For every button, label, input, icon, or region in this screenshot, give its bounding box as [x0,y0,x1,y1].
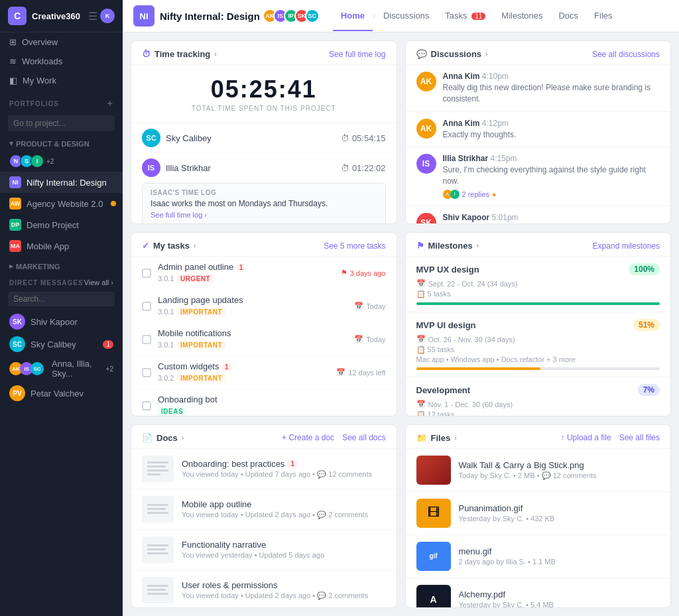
task-checkbox-0[interactable] [142,269,151,278]
task-info-1: Landing page updates 3.0.1 IMPORTANT [158,295,347,317]
time-row-0: SC Sky Calibey ⏱ 05:54:15 [131,123,397,153]
tab-discussions[interactable]: Discussions [375,1,437,31]
files-actions: ↑ Upload a file See all files [561,433,660,442]
project-item-demo[interactable]: DP Demo Project [0,214,123,235]
milestone-tasks-0: 📋 5 tasks [416,290,660,298]
task-tag-1: IMPORTANT [177,308,225,316]
see-all-docs-link[interactable]: See all docs [342,433,385,442]
portfolios-section: PORTFOLIOS + [0,90,123,111]
project-item-agency[interactable]: AW Agency Website 2.0 [0,193,123,214]
sidebar-collapse-icon[interactable]: ☰ [88,10,97,23]
milestones-chevron: › [477,242,479,249]
tooltip-link[interactable]: See full time log › [151,211,207,219]
tab-home[interactable]: Home [333,1,373,31]
dm-item-shiv[interactable]: SK Shiv Kapoor [0,310,123,333]
files-title: 📁 Files › [416,433,457,443]
task-info-2: Mobile notifications 3.0.1 IMPORTANT [158,328,347,350]
dm-name-shiv: Shiv Kapoor [31,317,78,327]
dm-avatar-group: AK IS SC [9,362,44,375]
file-info-0: Walk Tall & Carry a Big Stick.png Today … [459,460,660,480]
sidebar-item-mywork[interactable]: ◧ My Work [0,71,123,90]
main-content: NI Nifty Internal: Design AK IS IP SK SC… [123,0,679,616]
dm-group-count: +2 [106,365,113,373]
dm-item-petar[interactable]: PV Petar Valchev [0,382,123,404]
project-item-mobile[interactable]: MA Mobile App [0,235,123,257]
upload-file-link[interactable]: ↑ Upload a file [561,433,611,442]
product-design-section[interactable]: ▾ PRODUCT & DESIGN [0,135,123,152]
milestone-header-0: MVP UX design 100% [416,263,660,275]
task-tag-2: IMPORTANT [177,341,225,349]
milestone-header-2: Development 7% [416,384,660,396]
task-item-0: Admin panel outline 1 3.0.1 URGENT ⚑ 3 d… [131,257,397,290]
doc-info-2: Functionality narrative You viewed yeste… [182,540,386,559]
milestone-extra-tags-1: Mac app • Windows app • Docs refactor + … [416,355,660,363]
sidebar: C Creative360 ☰ K ⊞ Overview ≋ Workloads… [0,0,123,616]
sidebar-item-overview[interactable]: ⊞ Overview [0,32,123,52]
marketing-section[interactable]: ▸ MARKETING [0,257,123,273]
dm-name-group: Anna, Illia, Sky... [52,359,95,379]
sidebar-item-workloads[interactable]: ≋ Workloads [0,52,123,71]
member-avatar-3: I [31,154,44,168]
doc-thumb-1 [142,496,174,523]
task-checkbox-1[interactable] [142,302,151,311]
app-name: Creative360 [32,11,88,21]
project-search [0,111,123,135]
discussion-item-3: SK Shiv Kapoor 5:01pm I love this page's… [406,206,671,224]
member-avatar-sc: SC [305,9,320,23]
sidebar-overview-label: Overview [22,37,58,47]
milestone-fill-1 [416,367,540,370]
project-item-nifty[interactable]: NI Nifty Internal: Design [0,172,123,193]
file-info-1: Punanimation.gif Yesterday by Sky C. • 4… [459,503,660,523]
expand-milestones-link[interactable]: Expand milestones [593,241,660,251]
time-chevron: › [214,50,216,58]
gif-label: gif [429,552,437,560]
add-portfolio-button[interactable]: + [107,98,113,109]
discussions-icon: 💬 [416,49,427,59]
task-checkbox-2[interactable] [142,335,151,344]
project-dot-aw: AW [9,198,21,210]
disc-replies[interactable]: A I 2 replies ● [443,190,660,199]
milestone-item-0: MVP UX design 100% 📅Sept. 22 - Oct. 24 (… [406,257,671,312]
dm-item-sky[interactable]: SC Sky Calibey 1 [0,333,123,355]
milestone-fill-0 [416,302,660,305]
time-tooltip: ISAAC'S TIME LOG Isaac works the most on… [142,183,386,224]
content-area: ⏱ Time tracking › See full time log 05:2… [123,32,679,616]
dm-view-all[interactable]: View all › [84,278,113,286]
tab-files[interactable]: Files [586,1,620,31]
see-full-log-link[interactable]: See full time log [329,50,385,59]
product-design-members: N S I +2 [0,152,123,172]
create-doc-link[interactable]: + Create a doc [282,433,334,442]
member-count: +2 [46,158,54,165]
see-more-tasks-link[interactable]: See 5 more tasks [324,241,385,251]
dm-search-container [0,289,123,310]
task-info-3: Custom widgets 1 3.0.2 IMPORTANT [158,361,330,383]
see-all-discussions-link[interactable]: See all discussions [592,50,660,59]
project-search-input[interactable] [8,115,115,131]
task-checkbox-3[interactable] [142,368,151,377]
files-card: 📁 Files › ↑ Upload a file See all files … [405,424,672,608]
app-logo: C [8,7,27,25]
tab-milestones[interactable]: Milestones [493,1,550,31]
tab-tasks[interactable]: Tasks 11 [437,1,493,31]
files-header: 📁 Files › ↑ Upload a file See all files [406,425,671,449]
time-label: TOTAL TIME SPENT ON THIS PROJECT [142,105,386,112]
clock-icon-small: ⏱ [341,133,349,143]
tab-docs[interactable]: Docs [550,1,586,31]
task-item-3: Custom widgets 1 3.0.2 IMPORTANT 📅 12 da… [131,356,397,389]
my-tasks-header: ✓ My tasks › See 5 more tasks [131,233,397,257]
time-tracking-card: ⏱ Time tracking › See full time log 05:2… [131,40,397,224]
task-section-0: 3.0.1 [158,275,174,282]
milestone-pct-1: 51% [633,319,660,331]
doc-info-1: Mobile app outline You viewed today • Up… [182,499,386,519]
project-title: Nifty Internal: Design AK IS IP SK SC [160,9,320,23]
dm-item-group[interactable]: AK IS SC Anna, Illia, Sky... +2 [0,355,123,382]
see-all-files-link[interactable]: See all files [619,433,660,442]
disc-avatar-is: IS [416,154,436,174]
chevron-down-icon: ▾ [9,139,13,148]
dm-search-input[interactable] [8,292,115,306]
direct-messages-section: DIRECT MESSAGES View all › [0,273,123,289]
docs-title: 📄 Docs › [142,433,184,443]
grid-icon: ⊞ [9,37,17,47]
task-checkbox-4[interactable] [142,401,151,410]
time-tracking-title: ⏱ Time tracking › [142,49,217,59]
